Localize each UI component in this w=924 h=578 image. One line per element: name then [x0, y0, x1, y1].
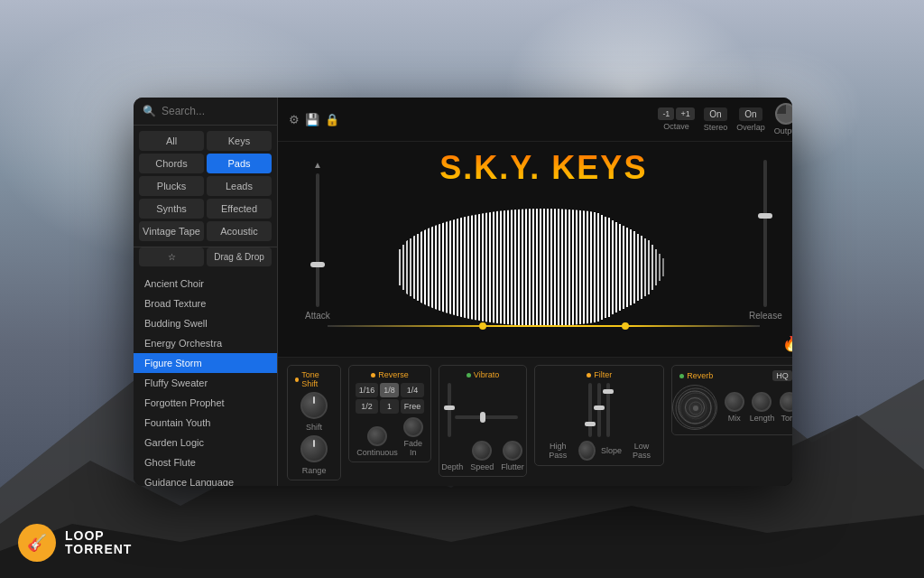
svg-rect-39 [525, 207, 527, 328]
attack-slider[interactable]: ▲ Attack [305, 160, 330, 321]
category-grid: All Keys Chords Pads Plucks Leads Synths… [134, 126, 277, 247]
flutter-wrap: Flutter [501, 441, 524, 471]
filter-label: Filter [587, 370, 612, 379]
preset-ancient-choir[interactable]: Ancient Choir [134, 274, 277, 294]
filter-group: Filter [534, 365, 664, 466]
length-knob[interactable] [752, 392, 772, 412]
rev-btn-free[interactable]: Free [401, 399, 425, 414]
reverb-knobs: Mix Length Tone [725, 392, 792, 423]
watermark-line1: LOOP [65, 529, 132, 543]
vibrato-dot [467, 373, 471, 378]
mix-knob[interactable] [725, 392, 744, 412]
slope-track[interactable] [597, 383, 601, 437]
save-icon[interactable]: 💾 [305, 113, 319, 126]
slope-knob[interactable] [578, 441, 596, 461]
svg-rect-50 [565, 208, 567, 327]
high-pass-slider[interactable] [588, 383, 592, 437]
preset-budding-swell[interactable]: Budding Swell [134, 313, 277, 333]
env-line-track [328, 325, 760, 327]
release-slider[interactable]: Release [749, 160, 782, 321]
shift-knob[interactable] [300, 392, 328, 419]
filter-dot [587, 373, 591, 378]
release-label: Release [749, 311, 782, 321]
continuous-knob[interactable] [367, 426, 387, 446]
preset-broad-texture[interactable]: Broad Texture [134, 294, 277, 313]
plugin-title: S.K.Y. KEYS [439, 149, 647, 187]
mix-label: Mix [728, 414, 741, 423]
svg-rect-62 [608, 218, 610, 317]
range-knob[interactable] [300, 435, 328, 462]
cat-effected[interactable]: Effected [207, 199, 272, 219]
reverb-dot [679, 374, 684, 378]
low-pass-track[interactable] [606, 383, 610, 437]
rev-btn-1-2[interactable]: 1/2 [356, 399, 379, 414]
output-knob[interactable] [775, 103, 792, 125]
cat-vintage-tape[interactable]: Vintage Tape [139, 221, 204, 241]
low-pass-slider[interactable] [606, 383, 610, 437]
svg-rect-74 [651, 245, 653, 290]
sidebar: 🔍 All Keys Chords Pads Plucks Leads Synt… [134, 98, 278, 486]
octave-minus-btn[interactable]: -1 [658, 107, 674, 120]
preset-garden-logic[interactable]: Garden Logic [134, 433, 277, 452]
fade-in-wrap: Fade In [403, 417, 423, 457]
cat-synths[interactable]: Synths [139, 199, 204, 219]
slope-slider[interactable] [597, 383, 601, 437]
cat-favorites[interactable]: ☆ [139, 247, 204, 266]
preset-fluffy-sweater[interactable]: Fluffy Sweater [134, 373, 277, 393]
svg-rect-51 [568, 208, 570, 327]
preset-ghost-flute[interactable]: Ghost Flute [134, 452, 277, 472]
cat-leads[interactable]: Leads [207, 176, 272, 196]
preset-energy-orchestra[interactable]: Energy Orchestra [134, 333, 277, 353]
reverse-buttons: 1/16 1/8 1/4 1/2 1 Free [356, 383, 425, 414]
cat-drag-drop[interactable]: Drag & Drop [207, 247, 272, 266]
length-wrap: Length [750, 392, 775, 423]
svg-rect-14 [435, 224, 437, 311]
preset-figure-storm[interactable]: Figure Storm [134, 353, 277, 373]
release-track[interactable] [763, 160, 767, 307]
svg-rect-21 [460, 213, 462, 322]
octave-plus-btn[interactable]: +1 [676, 107, 694, 120]
high-pass-track[interactable] [588, 383, 592, 437]
overlap-control: On Overlap [736, 107, 765, 132]
rev-btn-1-8[interactable]: 1/8 [380, 383, 399, 397]
depth-track[interactable] [448, 383, 451, 437]
reverb-display [672, 385, 717, 430]
depth-slider[interactable] [448, 383, 451, 437]
search-bar: 🔍 [134, 98, 277, 126]
cat-keys[interactable]: Keys [207, 131, 272, 151]
overlap-value[interactable]: On [739, 107, 762, 121]
svg-rect-68 [630, 229, 632, 305]
vibrato-horiz-slider[interactable] [455, 415, 518, 419]
lock-icon[interactable]: 🔒 [325, 113, 339, 126]
svg-rect-26 [478, 210, 480, 325]
preset-fountain-youth[interactable]: Fountain Youth [134, 413, 277, 433]
svg-point-80 [685, 397, 707, 419]
stereo-value[interactable]: On [704, 107, 726, 121]
flutter-knob[interactable] [503, 441, 522, 461]
svg-rect-53 [576, 209, 578, 326]
filter-labels: High Pass Slope Low Pass [542, 441, 656, 461]
rev-btn-1-4[interactable]: 1/4 [401, 383, 425, 397]
reverb-group: Reverb HQ [671, 365, 792, 435]
rev-btn-1-16[interactable]: 1/16 [356, 383, 379, 397]
settings-icon[interactable]: ⚙ [289, 113, 300, 126]
svg-rect-52 [572, 209, 574, 326]
attack-track[interactable] [316, 173, 319, 307]
search-input[interactable] [162, 105, 268, 117]
svg-rect-41 [532, 207, 534, 328]
tone-label: Tone [781, 414, 792, 423]
speed-knob[interactable] [472, 441, 492, 461]
rev-btn-1[interactable]: 1 [380, 399, 399, 414]
svg-rect-73 [648, 240, 650, 294]
tone-knob[interactable] [780, 392, 792, 412]
cat-chords[interactable]: Chords [139, 154, 204, 173]
svg-rect-37 [518, 207, 520, 328]
cat-acoustic[interactable]: Acoustic [207, 221, 272, 241]
fade-in-knob[interactable] [403, 417, 423, 437]
cat-pads[interactable]: Pads [207, 154, 272, 173]
cat-all[interactable]: All [139, 131, 204, 151]
preset-guidance-language[interactable]: Guidance Language [134, 472, 277, 486]
preset-forgotten-prophet[interactable]: Forgotten Prophet [134, 393, 277, 413]
svg-rect-35 [511, 207, 513, 328]
cat-plucks[interactable]: Plucks [139, 176, 204, 196]
